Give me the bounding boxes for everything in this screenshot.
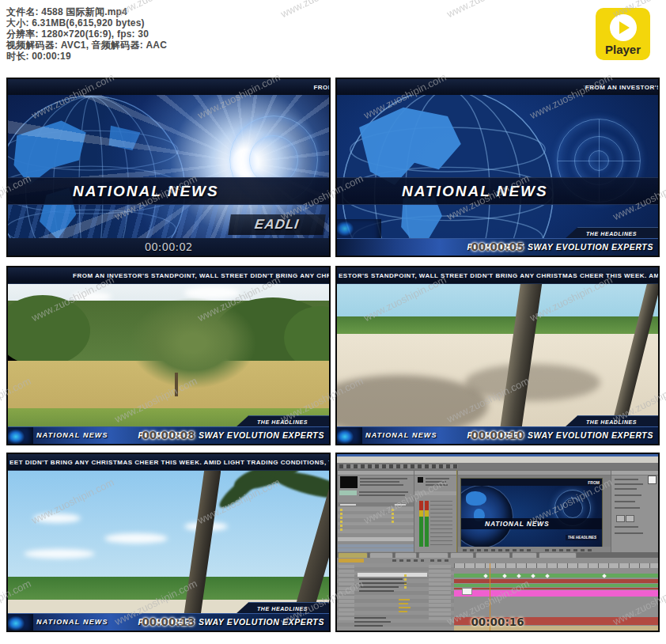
news-ticker-bar: FROM	[8, 79, 329, 96]
play-triangle-icon	[619, 21, 630, 34]
national-news-title: NATIONAL NEWS	[8, 183, 219, 200]
composition-preview: FROM NATIONAL NEWS THE HEADLINES	[460, 478, 603, 547]
news-ticker-bar: EET DIDN'T BRING ANY CHRISTMAS CHEER THI…	[8, 454, 329, 471]
file-info-line: 分辨率: 1280×720(16:9), fps: 30	[6, 28, 346, 40]
timeline-tab-row	[337, 552, 658, 558]
frame-timestamp: 00:00:02	[8, 241, 329, 253]
composition-panel: FROM NATIONAL NEWS THE HEADLINES	[457, 470, 611, 554]
ticker-text: FROM	[313, 84, 329, 91]
layer-bar-green	[454, 574, 658, 578]
player-logo-label: Player	[605, 43, 641, 56]
radar-rings-core	[588, 150, 609, 171]
news-ticker-bar: ESTOR'S STANDPOINT, WALL STREET DIDN'T B…	[337, 267, 658, 284]
headlines-badge: THE HEADLINES	[565, 415, 658, 427]
effects-panel	[611, 470, 660, 554]
ticker-text: FROM AN INVESTOR'S	[585, 84, 658, 91]
palm-sky-photo	[8, 470, 329, 614]
file-info-line: 视频解码器: AVC1, 音频解码器: AAC	[6, 40, 346, 51]
selected-item-highlight	[339, 491, 357, 495]
file-info-line: 文件名: 4588 国际新闻.mp4	[6, 6, 346, 17]
meadow-photo	[8, 283, 329, 427]
file-info-line: 时长: 00:00:19	[6, 51, 346, 62]
video-frame-6[interactable]: FROM NATIONAL NEWS THE HEADLINES	[335, 453, 660, 632]
title-banner: NATIONAL NEWS	[8, 177, 329, 205]
info-audio-panel	[414, 470, 458, 554]
preview-ticker-bar: FROM	[461, 479, 602, 486]
audio-meter	[419, 501, 423, 547]
frame-timestamp: 00:00:10	[337, 429, 658, 441]
after-effects-ui: FROM NATIONAL NEWS THE HEADLINES	[337, 454, 658, 631]
news-ticker-bar: FROM AN INVESTOR'S	[337, 79, 658, 96]
ticker-text: EET DIDN'T BRING ANY CHRISTMAS CHEER THI…	[9, 459, 329, 466]
keyframe-marker	[462, 588, 472, 595]
headlines-badge: THE HEADLINES	[565, 227, 658, 239]
video-frame-5[interactable]: EET DIDN'T BRING ANY CHRISTMAS CHEER THI…	[6, 453, 331, 632]
selected-layer-row	[358, 573, 427, 577]
toolbar-icons	[339, 464, 458, 468]
project-thumbnail	[340, 476, 358, 488]
layer-bar-pink	[454, 590, 658, 597]
headlines-badge: THE HEADLINES	[236, 602, 329, 614]
video-frame-1[interactable]: FROM NATIONAL NEWS	[6, 78, 331, 257]
headlines-badge: THE HEADLINES	[236, 415, 329, 427]
news-ticker-bar: FROM AN INVESTOR'S STANDPOINT, WALL STRE…	[8, 267, 329, 284]
play-circle-icon	[610, 14, 637, 41]
menu-bar	[337, 456, 658, 463]
file-info: 文件名: 4588 国际新闻.mp4大小: 6.31MB(6,615,920 b…	[6, 6, 346, 62]
beach-photo	[337, 283, 658, 427]
video-preview-sheet: 文件名: 4588 国际新闻.mp4大小: 6.31MB(6,615,920 b…	[0, 0, 666, 644]
title-banner: NATIONAL NEWS	[337, 177, 658, 205]
timecode-display	[339, 559, 364, 563]
layer-bar-red	[454, 579, 658, 583]
audio-meter	[425, 501, 429, 547]
watermark-text: www.zuoshipin.com	[445, 0, 531, 20]
frame-timestamp: 00:00:13	[8, 616, 329, 628]
info-swatch	[418, 477, 423, 483]
player-logo[interactable]: Player	[596, 8, 650, 60]
audio-meter-scale	[430, 501, 452, 547]
preview-headlines-badge: THE HEADLINES	[566, 535, 599, 540]
frame-timestamp: 00:00:16	[337, 616, 658, 628]
news-intro-scene: NATIONAL NEWS EADLI	[8, 95, 329, 256]
video-frame-2[interactable]: FROM AN INVESTOR'S NATIONAL	[335, 78, 660, 257]
ticker-text: FROM AN INVESTOR'S STANDPOINT, WALL STRE…	[73, 272, 329, 279]
frame-timestamp: 00:00:05	[337, 241, 658, 253]
file-info-line: 大小: 6.31MB(6,615,920 bytes)	[6, 17, 346, 28]
color-swatch	[648, 475, 657, 484]
layer-bar-red-thin	[454, 588, 658, 589]
preview-title-banner: NATIONAL NEWS	[461, 518, 602, 529]
ticker-text: ESTOR'S STANDPOINT, WALL STREET DIDN'T B…	[339, 272, 658, 279]
video-frame-3[interactable]: FROM AN INVESTOR'S STANDPOINT, WALL STRE…	[6, 266, 331, 445]
layer-bar-green	[454, 584, 658, 587]
forming-headlines-text: EADLI	[228, 214, 326, 235]
video-frame-4[interactable]: ESTOR'S STANDPOINT, WALL STREET DIDN'T B…	[335, 266, 660, 445]
frame-timestamp: 00:00:08	[8, 429, 329, 441]
project-panel	[337, 470, 414, 554]
national-news-title: NATIONAL NEWS	[337, 183, 548, 200]
